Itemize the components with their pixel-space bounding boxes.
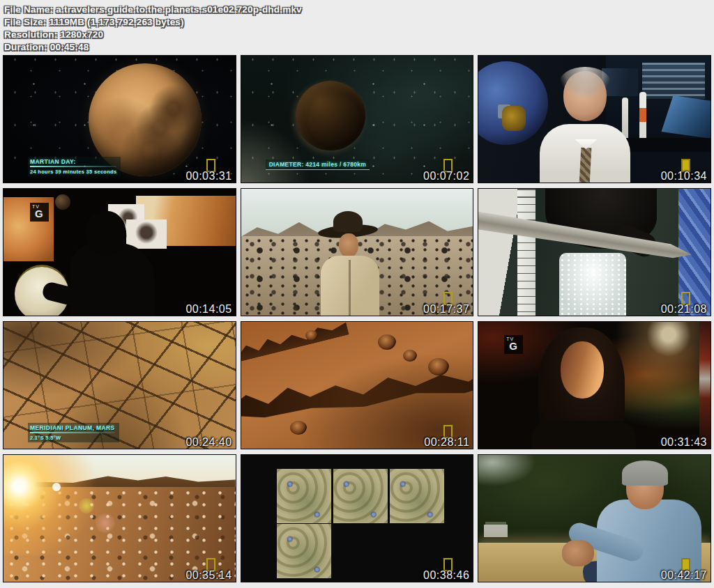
thumbnail-mars-canyon: 00:28:11 <box>241 321 474 449</box>
timestamp: 00:31:43 <box>661 436 707 449</box>
caption-title: MERIDIANI PLANUM, MARS <box>30 424 115 431</box>
timestamp: 00:03:31 <box>185 170 231 183</box>
satellite-tile <box>277 469 331 523</box>
thumbnail-satellite-tiles: 00:38:46 <box>241 454 474 582</box>
resolution-line: Resolution:1280x720 <box>4 29 714 41</box>
lens-flare <box>52 483 61 491</box>
lens-flare <box>96 513 115 533</box>
crater <box>290 421 307 435</box>
thumbnail-desert-sunset: 00:35:14 <box>3 454 236 582</box>
caption-title: DIAMETER: 4214 miles / 6780km <box>266 160 370 170</box>
timestamp: 00:42:17 <box>661 569 707 582</box>
thumbnail-mars-globe: MARTIAN DAY: 24 hours 39 minutes 35 seco… <box>3 55 236 183</box>
ice-core-sample <box>559 253 626 316</box>
caption-rule <box>30 432 115 433</box>
file-size-label: File Size: <box>4 17 47 27</box>
resolution-value: 1280x720 <box>60 29 103 40</box>
timestamp: 00:07:02 <box>423 170 469 183</box>
crater <box>305 330 318 341</box>
person-face <box>561 341 604 399</box>
shirt-buttons <box>349 260 351 316</box>
file-info-header: File Name:a.travelers.guide.to.the.plane… <box>0 0 714 54</box>
photo-panel <box>126 219 167 249</box>
timestamp: 00:24:40 <box>185 436 231 449</box>
lens-flare <box>79 498 94 513</box>
thumbnail-woman-warm-light: TVG 00:31:43 <box>478 321 711 449</box>
crater <box>428 358 449 376</box>
house <box>484 525 508 537</box>
planet-image <box>55 194 70 210</box>
monitor <box>642 63 705 99</box>
timestamp: 00:14:05 <box>185 303 231 316</box>
thumbnail-cracked-mud: MERIDIANI PLANUM, MARS 2.1°S 5.5°W 00:24… <box>3 321 236 449</box>
thumbnail-grid: MARTIAN DAY: 24 hours 39 minutes 35 seco… <box>0 54 714 583</box>
person <box>308 207 392 316</box>
duration-label: Duration: <box>4 42 47 52</box>
caption-title: MARTIAN DAY: <box>30 158 116 165</box>
tv-g-rating-icon: TVG <box>504 335 523 354</box>
shadowed-planet <box>296 81 365 150</box>
file-name-line: File Name:a.travelers.guide.to.the.plane… <box>4 3 714 16</box>
satellite-model <box>502 106 526 131</box>
person-shoulders <box>531 421 636 449</box>
thumbnail-ice-core: 00:21:08 <box>478 188 711 316</box>
person-hair <box>622 461 668 486</box>
thumbnail-outdoor-interview: 00:42:17 <box>478 454 711 582</box>
caption-subtitle: 2.1°S 5.5°W <box>30 435 115 441</box>
caption-rule <box>30 166 116 167</box>
file-name-label: File Name: <box>4 4 53 15</box>
timestamp: 00:28:11 <box>424 436 469 449</box>
thumbnail-projection-room: TVG 00:14:05 <box>3 188 236 316</box>
file-size-line: File Size:1119MB (1,173,792,263 bytes) <box>4 16 714 29</box>
timestamp: 00:38:46 <box>423 569 469 582</box>
ruler <box>517 189 536 316</box>
satellite-tile <box>333 469 388 523</box>
duration-value: 00:45:48 <box>50 42 89 52</box>
timestamp: 00:17:37 <box>423 303 469 316</box>
timestamp: 00:21:08 <box>661 303 707 316</box>
duration-line: Duration:00:45:48 <box>4 41 714 54</box>
thumbnail-scientist-interview: 00:10:34 <box>478 55 711 183</box>
file-name-value: a.travelers.guide.to.the.planets.s01e02.… <box>56 4 302 15</box>
cowboy-hat-crown <box>333 211 363 232</box>
crater <box>403 350 417 362</box>
person-tie <box>579 148 592 183</box>
person-hair <box>559 67 611 99</box>
crater <box>378 334 396 350</box>
resolution-label: Resolution: <box>4 29 57 40</box>
screen-edge <box>699 322 711 449</box>
caption-overlay: MARTIAN DAY: 24 hours 39 minutes 35 seco… <box>28 157 121 176</box>
satellite-tile <box>277 524 331 578</box>
caption-overlay: MERIDIANI PLANUM, MARS 2.1°S 5.5°W <box>28 423 119 442</box>
person-hands <box>562 540 594 566</box>
sun-glare <box>3 454 143 555</box>
thumbnail-dark-planet: DIAMETER: 4214 miles / 6780km 00:07:02 <box>241 55 474 183</box>
person-face <box>339 233 358 257</box>
file-size-value: 1119MB (1,173,792,263 bytes) <box>50 17 184 27</box>
timestamp: 00:10:34 <box>661 170 707 183</box>
thumbnail-desert-host: 00:17:37 <box>241 188 474 316</box>
caption-subtitle: 24 hours 39 minutes 35 seconds <box>30 169 116 175</box>
satellite-tile <box>390 469 444 523</box>
timestamp: 00:35:14 <box>185 569 231 582</box>
tv-g-rating-icon: TVG <box>30 203 49 222</box>
